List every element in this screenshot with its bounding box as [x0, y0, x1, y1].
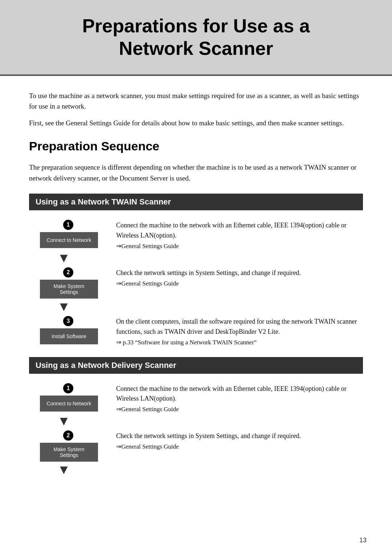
- twain-step-1: 1 Connect to Network Connect the machine…: [33, 218, 363, 250]
- delivery-step-flow: 1 Connect to Network Connect the machine…: [33, 382, 363, 478]
- twain-section-heading: Using as a Network TWAIN Scanner: [29, 194, 363, 210]
- delivery-step-1-desc: Connect the machine to the network with …: [116, 384, 363, 404]
- delivery-step-1-number-row: 1: [63, 383, 75, 393]
- twain-step-2-right: Check the network settings in System Set…: [116, 266, 363, 287]
- delivery-arrow-1: ▼: [57, 414, 363, 428]
- delivery-step-2-right: Check the network settings in System Set…: [116, 429, 363, 450]
- delivery-section-gap: Using as a Network Delivery Scanner 1 Co…: [29, 357, 363, 478]
- delivery-step-1-box: Connect to Network: [40, 396, 98, 412]
- twain-step-1-number-row: 1: [63, 220, 75, 230]
- delivery-step-2-number-row: 2: [63, 430, 75, 441]
- twain-step-2-number-row: 2: [63, 267, 75, 278]
- delivery-step-2-circle: 2: [63, 430, 73, 441]
- twain-step-1-box: Connect to Network: [40, 232, 98, 248]
- delivery-arrow-2: ▼: [57, 463, 363, 476]
- page-number: 13: [359, 536, 367, 544]
- twain-step-flow: 1 Connect to Network Connect the machine…: [33, 218, 363, 346]
- twain-step-1-ref: ⇒General Settings Guide: [116, 242, 363, 250]
- twain-step-2-box: Make System Settings: [40, 280, 98, 299]
- twain-step-3-right: On the client computers, install the sof…: [116, 315, 363, 346]
- delivery-step-2-desc: Check the network settings in System Set…: [116, 431, 363, 441]
- intro-para1: To use the machine as a network scanner,…: [29, 90, 363, 112]
- chapter-header: Preparations for Use as a Network Scanne…: [0, 0, 392, 76]
- twain-step-2: 2 Make System Settings Check the network…: [33, 266, 363, 299]
- twain-step-1-circle: 1: [63, 220, 73, 230]
- twain-step-2-circle: 2: [63, 267, 73, 278]
- twain-step-3-ref: ⇒ p.33 “Software for using a Network TWA…: [116, 339, 363, 346]
- chapter-title: Preparations for Use as a Network Scanne…: [22, 15, 370, 60]
- delivery-step-2-left: 2 Make System Settings: [33, 429, 105, 462]
- twain-step-3: 3 Install Software On the client compute…: [33, 315, 363, 346]
- twain-step-2-left: 2 Make System Settings: [33, 266, 105, 299]
- chapter-title-line2: Network Scanner: [119, 38, 273, 59]
- delivery-step-1: 1 Connect to Network Connect the machine…: [33, 382, 363, 413]
- page: Preparations for Use as a Network Scanne…: [0, 0, 392, 555]
- twain-step-3-left: 3 Install Software: [33, 315, 105, 344]
- delivery-step-2-ref: ⇒General Settings Guide: [116, 443, 363, 450]
- twain-step-1-right: Connect the machine to the network with …: [116, 218, 363, 250]
- twain-step-1-left: 1 Connect to Network: [33, 218, 105, 248]
- twain-arrow-2: ▼: [57, 300, 363, 313]
- intro-para2: First, see the General Settings Guide fo…: [29, 118, 363, 128]
- delivery-step-1-left: 1 Connect to Network: [33, 382, 105, 412]
- delivery-section-heading: Using as a Network Delivery Scanner: [29, 357, 363, 374]
- twain-step-3-desc: On the client computers, install the sof…: [116, 317, 363, 337]
- twain-step-3-number-row: 3: [63, 316, 75, 326]
- delivery-step-2: 2 Make System Settings Check the network…: [33, 429, 363, 462]
- delivery-step-2-box: Make System Settings: [40, 443, 98, 462]
- twain-step-2-desc: Check the network settings in System Set…: [116, 268, 363, 278]
- delivery-step-1-circle: 1: [63, 383, 73, 393]
- delivery-step-1-right: Connect the machine to the network with …: [116, 382, 363, 413]
- chapter-title-line1: Preparations for Use as a: [82, 15, 310, 36]
- preparation-sequence-body: The preparation sequence is different de…: [29, 162, 363, 183]
- twain-arrow-1: ▼: [57, 251, 363, 264]
- preparation-sequence-heading: Preparation Sequence: [29, 139, 363, 153]
- twain-step-3-box: Install Software: [40, 328, 98, 344]
- delivery-step-1-ref: ⇒General Settings Guide: [116, 405, 363, 413]
- main-content: To use the machine as a network scanner,…: [0, 76, 392, 503]
- twain-step-3-circle: 3: [63, 316, 73, 326]
- twain-step-1-desc: Connect the machine to the network with …: [116, 220, 363, 241]
- twain-step-2-ref: ⇒General Settings Guide: [116, 280, 363, 287]
